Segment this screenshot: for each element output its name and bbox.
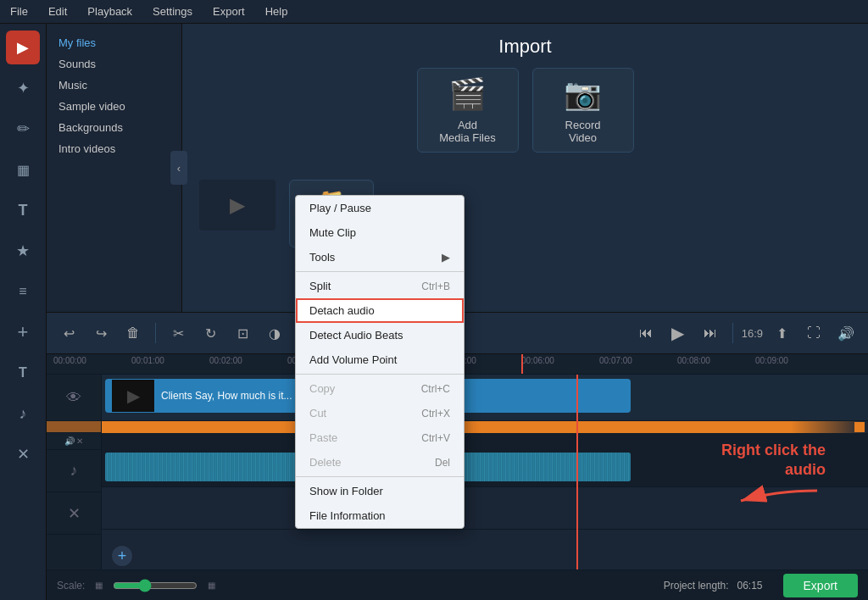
ruler-mark-0: 00:00:00 [53,354,86,374]
ctx-show-folder[interactable]: Show in Folder [296,479,464,503]
track-label-music: ♪ [47,450,101,492]
ctx-cut-shortcut: Ctrl+X [421,408,450,419]
ruler-mark-9: 00:09:00 [755,354,788,374]
ctx-split[interactable]: Split Ctrl+B [296,274,464,298]
film-tool-btn[interactable]: ▦ [6,153,40,186]
add-media-btn[interactable]: 🎬 AddMedia Files [417,68,519,153]
scale-slider[interactable] [113,579,198,592]
transitions-tool-btn[interactable]: ≡ [6,275,40,308]
add-track-btn[interactable]: + [112,546,132,566]
ctx-play-pause[interactable]: Play / Pause [296,196,464,220]
ctx-paste: Paste Ctrl+V [296,425,464,450]
sidebar-item-myfiles[interactable]: My files [47,32,181,53]
playhead[interactable] [521,354,523,374]
video-thumbnail: ▶ [112,380,154,412]
track-labels: 👁 🔊 ✕ ♪ ✕ [47,375,102,569]
import-title: Import [182,24,868,68]
ctx-copy: Copy Ctrl+C [296,376,464,401]
menu-help[interactable]: Help [262,3,292,19]
audio-mute-btn[interactable]: ✕ [6,437,40,471]
sidebar-item-sounds[interactable]: Sounds [47,53,181,75]
magic-tool-btn[interactable]: ✦ [6,71,40,105]
record-video-icon: 📷 [564,76,602,112]
volume-btn[interactable]: 🔊 [832,319,860,347]
ctx-delete-label: Delete [309,456,342,469]
ctx-file-info-label: File Information [309,509,386,522]
export-frame-btn[interactable]: ⬆ [768,319,795,347]
ctx-sep-3 [296,476,464,477]
sidebar-item-samplevideo[interactable]: Sample video [47,96,181,117]
undo-btn[interactable]: ↩ [55,319,82,347]
ctx-add-volume-label: Add Volume Point [309,353,397,366]
add-tool-btn[interactable]: + [6,315,40,349]
sidebar-item-backgrounds[interactable]: Backgrounds [47,117,181,138]
ruler-mark-8: 00:08:00 [677,354,710,374]
ctx-cut: Cut Ctrl+X [296,401,464,425]
play-pause-btn[interactable]: ▶ [665,319,692,347]
menu-export[interactable]: Export [209,3,248,19]
color-btn[interactable]: ◑ [261,319,288,347]
thumbnail-placeholder: ▶ [199,180,275,231]
effects-tool-btn[interactable]: ★ [6,234,40,268]
track-label-orange [47,421,101,433]
ruler-mark-2: 00:02:00 [209,354,242,374]
ctx-detach-audio[interactable]: Detach audio [296,298,464,323]
menu-playback[interactable]: Playback [84,3,136,19]
ctx-mute-clip[interactable]: Mute Clip [296,220,464,245]
collapse-import-btn[interactable]: ‹ [170,151,187,185]
annotation-text: Right click theaudio [721,441,826,481]
ruler-mark-7: 00:07:00 [599,354,632,374]
menu-settings[interactable]: Settings [149,3,196,19]
ctx-paste-shortcut: Ctrl+V [421,432,450,444]
annotation: Right click theaudio [721,441,826,518]
annotation-arrow [721,484,826,518]
ctx-sep-1 [296,271,464,272]
ctx-copy-label: Copy [309,382,335,395]
ctx-add-volume[interactable]: Add Volume Point [296,347,464,372]
menu-file[interactable]: File [7,3,31,19]
ctx-detach-audio-label: Detach audio [309,304,375,317]
ctx-detect-beats[interactable]: Detect Audio Beats [296,323,464,347]
delete-btn[interactable]: 🗑 [120,319,147,347]
export-btn[interactable]: Export [783,574,858,597]
import-sidebar: My files Sounds Music Sample video Backg… [47,24,182,312]
audio-note-btn[interactable]: ♪ [6,397,40,431]
skip-forward-btn[interactable]: ⏭ [697,319,724,347]
skip-back-btn[interactable]: ⏮ [632,319,659,347]
track-label-mute: ✕ [47,492,101,535]
import-bottom: ▶ 📁 AddFolder [182,169,868,258]
scale-label: Scale: [57,580,85,592]
menu-edit[interactable]: Edit [45,3,70,19]
ctx-tools-label: Tools [309,251,335,264]
text-tool-btn[interactable]: T [6,193,40,227]
ctx-delete-shortcut: Del [435,457,450,469]
ctx-tools[interactable]: Tools ▶ [296,245,464,269]
rotate-btn[interactable]: ↻ [197,319,224,347]
ctx-mute-clip-label: Mute Clip [309,226,356,239]
sidebar-item-music[interactable]: Music [47,75,181,96]
draw-tool-btn[interactable]: ✏ [6,112,40,146]
progress-end-dot [854,422,865,432]
fullscreen-btn[interactable]: ⛶ [800,319,827,347]
ctx-play-pause-label: Play / Pause [309,202,371,214]
cut-btn[interactable]: ✂ [164,319,192,347]
redo-btn[interactable]: ↪ [87,319,114,347]
crop-btn[interactable]: ⊡ [229,319,256,347]
ruler-mark-6: 00:06:00 [521,354,554,374]
ctx-tools-arrow: ▶ [442,251,450,264]
sidebar-item-introvideos[interactable]: Intro videos [47,138,181,159]
project-length: Project length: 06:15 [664,580,763,592]
record-video-btn[interactable]: 📷 RecordVideo [532,68,634,153]
video-tool-btn[interactable]: ▶ [6,31,40,64]
toolbar-separator-3 [732,323,733,343]
ctx-detect-beats-label: Detect Audio Beats [309,329,403,342]
import-buttons: 🎬 AddMedia Files 📷 RecordVideo [182,68,868,153]
status-bar: Scale: ▦ ▦ Project length: 06:15 Export [47,569,868,600]
ctx-delete: Delete Del [296,450,464,475]
video-clip-label: Clients Say, How much is it... [161,390,292,402]
scale-icon-left: ▦ [95,581,103,590]
title-tool-btn[interactable]: T [6,356,40,390]
ctx-show-folder-label: Show in Folder [309,485,383,497]
ctx-file-info[interactable]: File Information [296,503,464,528]
video-track: ▶ Clients Say, How much is it... [102,375,868,421]
